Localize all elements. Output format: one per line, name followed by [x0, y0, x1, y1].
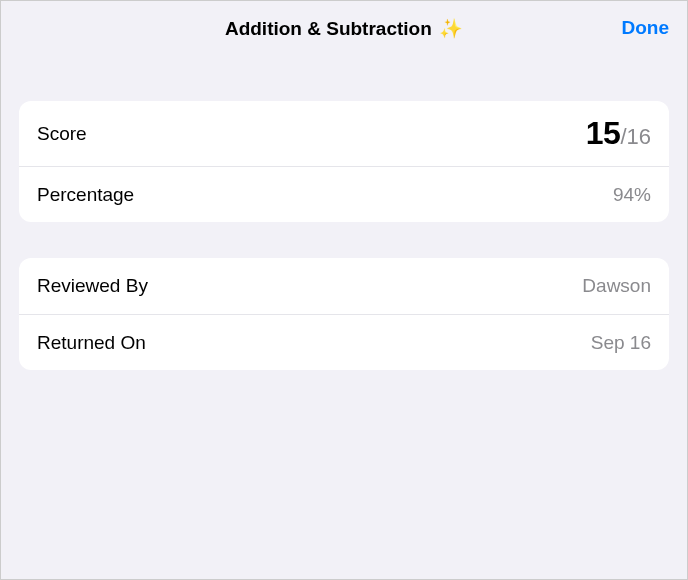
- reviewed-by-value: Dawson: [582, 275, 651, 297]
- returned-on-value: Sep 16: [591, 332, 651, 354]
- title-text: Addition & Subtraction: [225, 18, 432, 39]
- reviewed-by-label: Reviewed By: [37, 275, 148, 297]
- reviewed-by-row: Reviewed By Dawson: [19, 258, 669, 314]
- content-area: Score 15 /16 Percentage 94% Reviewed By …: [1, 55, 687, 370]
- done-button[interactable]: Done: [622, 17, 670, 39]
- percentage-value: 94%: [613, 184, 651, 206]
- score-total: /16: [620, 124, 651, 150]
- page-title: Addition & Subtraction ✨: [225, 17, 463, 40]
- score-card: Score 15 /16 Percentage 94%: [19, 101, 669, 222]
- score-value: 15 /16: [586, 115, 651, 152]
- sparkle-icon: ✨: [439, 18, 463, 39]
- score-label: Score: [37, 123, 87, 145]
- returned-on-row: Returned On Sep 16: [19, 314, 669, 370]
- returned-on-label: Returned On: [37, 332, 146, 354]
- score-number: 15: [586, 115, 621, 152]
- score-row: Score 15 /16: [19, 101, 669, 166]
- header: Addition & Subtraction ✨ Done: [1, 1, 687, 55]
- review-card: Reviewed By Dawson Returned On Sep 16: [19, 258, 669, 370]
- percentage-row: Percentage 94%: [19, 166, 669, 222]
- percentage-label: Percentage: [37, 184, 134, 206]
